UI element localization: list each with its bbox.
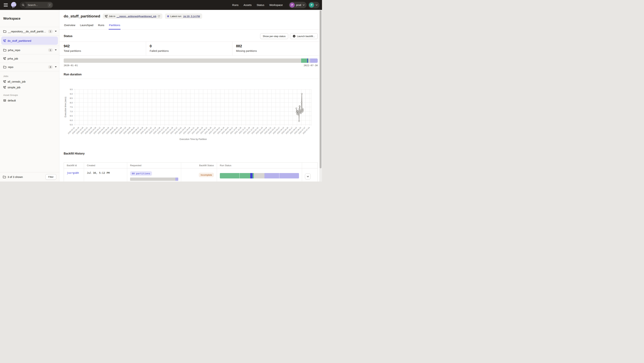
plus-circle-icon — [293, 35, 296, 38]
tab-partitions[interactable]: Partitions — [109, 24, 121, 30]
page-title: do_stuff_partitioned — [64, 14, 100, 18]
search-shortcut-key: / — [48, 3, 52, 7]
sidebar-item-prha_repo[interactable]: prha_repo 1 — [0, 46, 59, 54]
chevron-down-icon — [307, 176, 309, 177]
sidebar-item-all_cereals_job[interactable]: all_cereals_job — [0, 78, 59, 84]
page-header: do_stuff_partitioned Job in __reposi...a… — [59, 10, 322, 19]
search-input[interactable] — [26, 4, 48, 6]
deployment-name: prod — [296, 4, 301, 6]
nav-link-status[interactable]: Status — [257, 4, 264, 6]
latest-run-link[interactable]: Jul 30, 5:14 PM — [183, 15, 200, 18]
job-icon — [3, 86, 6, 89]
sidebar-item-default[interactable]: default — [0, 98, 59, 103]
partition-status-bar[interactable] — [64, 58, 318, 63]
asset-group-icon — [3, 99, 6, 102]
bar-segment — [220, 173, 240, 178]
launch-backfill-button[interactable]: Launch backfill... — [290, 33, 318, 39]
item-count-badge: 1 — [48, 48, 52, 52]
sidebar-item-do_stuff_partitioned[interactable]: do_stuff_partitioned — [1, 36, 58, 45]
sidebar-item-simple_job[interactable]: simple_job — [0, 84, 59, 90]
tab-runs[interactable]: Runs — [98, 24, 105, 30]
column-header-backfill-id: Backfill Id — [64, 162, 84, 168]
column-header-run-status: Run Status — [217, 162, 302, 168]
tab-bar: OverviewLaunchpadRunsPartitions — [59, 24, 322, 30]
svg-text:7.0: 7.0 — [70, 110, 73, 112]
sidebar-item-prha_job[interactable]: prha_job — [0, 54, 59, 63]
deployment-switcher[interactable]: P prod — [289, 2, 306, 8]
job-icon — [3, 80, 6, 83]
job-icon — [3, 57, 6, 60]
item-count-badge: 1 — [48, 30, 52, 33]
bar-segment — [308, 58, 310, 63]
job-icon — [105, 15, 108, 18]
column-header-backfill-status: Backfill Status — [181, 162, 217, 168]
job-tag: Job in __reposi...artitioned@partitioned… — [103, 14, 162, 19]
job-tag-link[interactable]: __reposi...artitioned@partitioned_job — [116, 15, 156, 18]
run-status-bar[interactable] — [220, 173, 299, 178]
status-section-header: Status Show per-step status Launch backf… — [59, 33, 322, 39]
shown-count-label: 3 of 3 shown — [8, 176, 44, 178]
partition-stats: 942 Total partitions0 Failed partitions8… — [59, 42, 322, 56]
column-header-actions — [302, 162, 318, 168]
refresh-icon[interactable] — [158, 15, 160, 18]
svg-text:6.5: 6.5 — [70, 115, 73, 117]
caret-down-icon[interactable] — [55, 66, 57, 68]
backfill-history-title: Backfill History — [59, 152, 322, 155]
tab-launchpad[interactable]: Launchpad — [80, 24, 94, 30]
nav-link-runs[interactable]: Runs — [232, 4, 238, 6]
svg-text:8.5: 8.5 — [70, 97, 73, 99]
show-per-step-status-button[interactable]: Show per-step status — [260, 33, 288, 39]
bar-segment — [250, 173, 252, 178]
job-tag-prefix: Job in — [109, 15, 115, 18]
status-section-title: Status — [64, 34, 260, 38]
filter-button[interactable]: Filter — [46, 174, 56, 180]
stat-value: 0 — [150, 44, 232, 48]
run-status-dot — [167, 15, 169, 17]
sidebar-item-__repository__do_stuff_partitio-[interactable]: __repository__do_stuff_partitio... 1 — [0, 27, 59, 36]
sidebar-footer: 3 of 3 shown Filter — [0, 172, 59, 182]
dagster-logo[interactable] — [10, 2, 17, 9]
requested-range-dates: 2020-01-01 2022-07-30 — [130, 181, 178, 182]
nav-link-workspace[interactable]: Workspace — [269, 4, 283, 6]
user-avatar: P — [309, 2, 314, 8]
hamburger-menu-icon[interactable] — [4, 3, 8, 8]
deployment-avatar: P — [290, 2, 295, 8]
tab-overview[interactable]: Overview — [64, 24, 76, 30]
caret-down-icon[interactable] — [55, 31, 57, 32]
table-row: jozrgsbhJul 30, 5:12 PM60 partitions 202… — [64, 168, 318, 182]
folder-icon — [3, 30, 6, 33]
bar-segment — [130, 178, 176, 181]
bar-segment — [64, 58, 301, 63]
sidebar-section-label: Jobs — [0, 75, 59, 78]
stat-label: Failed partitions — [150, 49, 232, 52]
sidebar-sections: Jobsall_cereals_jobsimple_jobAsset Group… — [0, 71, 59, 103]
table-header-row: Backfill IdCreatedRequestedBackfill Stat… — [64, 162, 318, 168]
folder-icon — [3, 176, 6, 178]
stat-missing-partitions: 882 Missing partitions — [232, 42, 322, 56]
bar-segment — [264, 173, 279, 178]
requested-partitions-badge[interactable]: 60 partitions — [130, 171, 152, 176]
bar-segment — [176, 178, 178, 181]
scrollbar-thumb[interactable] — [320, 10, 322, 168]
caret-down-icon[interactable] — [55, 50, 57, 50]
sidebar-section-label: Asset Groups — [0, 94, 59, 96]
folder-icon — [3, 66, 6, 68]
bar-segment — [279, 173, 299, 178]
global-search[interactable]: / — [20, 2, 53, 8]
backfill-id-link[interactable]: jozrgsbh — [67, 172, 79, 174]
chevron-down-icon — [302, 4, 305, 6]
stat-value: 882 — [236, 44, 322, 48]
stat-label: Missing partitions — [236, 49, 322, 52]
backfill-created: Jul 30, 5:12 PM — [87, 172, 110, 174]
job-icon — [3, 40, 6, 42]
expand-row-button[interactable] — [305, 174, 311, 180]
svg-text:Execution time (secs): Execution time (secs) — [64, 97, 67, 118]
sidebar-item-repo[interactable]: repo 3 — [0, 63, 59, 71]
nav-link-assets[interactable]: Assets — [244, 4, 252, 6]
user-menu[interactable]: P — [308, 2, 320, 8]
svg-text:9.5: 9.5 — [70, 88, 73, 90]
svg-text:8.0: 8.0 — [70, 102, 73, 104]
requested-range-bar — [130, 178, 178, 181]
svg-text:5.5: 5.5 — [70, 124, 73, 126]
workspace-sidebar: Workspace __repository__do_stuff_partiti… — [0, 10, 59, 182]
